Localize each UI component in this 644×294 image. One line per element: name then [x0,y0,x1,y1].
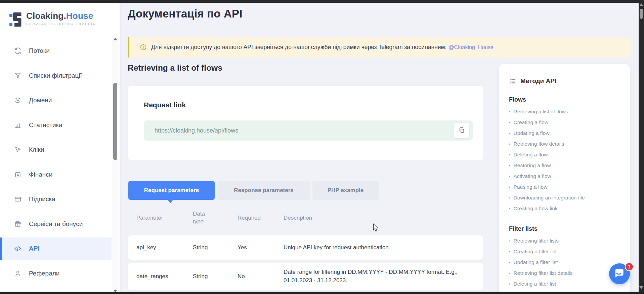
api-methods-panel: Методи API Flows Retrieving a list of fl… [499,64,630,294]
request-link-card: Request link https://cloaking.house/api/… [128,86,483,160]
sync-icon [14,47,22,54]
tab-request-parameters[interactable]: Request parameters [128,181,215,200]
cell-required: Yes [238,244,284,251]
sidebar-item-filter-lists[interactable]: Списки фільтрації [0,65,112,87]
cell-description: Date range for filtering in DD.MM.YYYY -… [284,268,458,285]
table-row: date_ranges String No Date range for fil… [128,263,483,290]
method-link[interactable]: Creating a filter list [509,246,622,257]
telegram-link[interactable]: @Cloaking_House [448,44,493,50]
cell-required: No [238,273,284,280]
brand-name: Cloaking.House [26,11,93,21]
col-header-description: Description [284,215,477,221]
sidebar-item-referrals[interactable]: Реферали [0,262,112,285]
gift-icon [14,220,22,228]
funnel-icon [14,72,22,79]
bar-chart-icon [14,121,22,129]
sidebar-item-label: Фінанси [29,171,52,178]
section-title: Retrieving a list of flows [128,63,222,73]
method-link[interactable]: Retrieving filter list details [509,268,622,279]
sidebar-item-label: Підписка [29,195,55,203]
method-link[interactable]: Updating a filter list [509,257,622,268]
cell-parameter: date_ranges [136,273,193,280]
page-scrollbar-thumb[interactable] [640,9,643,19]
method-link[interactable]: Downloading an integration file [509,192,622,203]
info-icon [140,44,147,51]
credit-card-icon [14,195,22,203]
page-scroll-up-arrow[interactable] [639,3,643,6]
method-link[interactable]: Activating a flow [509,171,622,182]
method-link[interactable]: Creating a flow [509,117,622,128]
sidebar-item-label: Реферали [29,270,59,277]
page-title: Документація по API [128,7,243,20]
methods-panel-title: Методи API [520,77,556,85]
code-icon [14,245,22,252]
col-header-data-type: Data type [193,210,238,226]
globe-icon [14,97,22,104]
method-link[interactable]: Restoring a flow [509,160,622,171]
table-header-row: Parameter Data type Required Description [128,208,483,228]
copy-url-button[interactable] [454,123,469,138]
sidebar-item-label: Кліки [29,146,44,153]
sidebar-scrollbar[interactable] [112,34,118,294]
method-link[interactable]: Pausing a flow [509,182,622,192]
col-header-parameter: Parameter [136,215,193,221]
request-url-value: https://cloaking.house/api/flows [155,127,454,134]
col-header-required: Required [238,215,284,221]
tab-response-parameters[interactable]: Response parameters [218,181,310,200]
cell-description: Unique API key for request authenticatio… [284,244,458,252]
sidebar-item-statistics[interactable]: Статистика [0,114,112,136]
sidebar-item-label: Сервіси та бонуси [29,220,83,228]
cell-data-type: String [193,244,238,251]
banner-text: Для відкриття доступу до нашого API звер… [151,44,446,51]
request-link-title: Request link [144,101,186,109]
window-bottom-edge [0,292,644,294]
method-link[interactable]: Retrieving filter lists [509,235,622,246]
page-scrollbar[interactable] [639,0,644,294]
cursor-icon [14,146,22,153]
brand-tagline: SERVICE FILTERING TRAFFIC [26,22,96,26]
info-banner: Для відкриття доступу до нашого API звер… [128,37,631,58]
page-scroll-down-arrow[interactable] [639,286,643,289]
person-icon [14,270,22,277]
logo[interactable]: Cloaking.House SERVICE FILTERING TRAFFIC [9,11,96,30]
list-icon [509,77,516,85]
sidebar-item-label: Домени [29,97,52,104]
wallet-icon [14,171,22,178]
sidebar: Cloaking.House SERVICE FILTERING TRAFFIC… [0,3,120,294]
sidebar-item-label: API [29,245,40,252]
chat-notification-badge: 1 [625,262,634,271]
methods-section-flows: Flows [509,96,622,103]
sidebar-item-finance[interactable]: Фінанси [0,163,112,186]
methods-section-filter-lists: Filter lists [509,225,622,232]
method-link[interactable]: Retrieving flow details [509,139,622,149]
sidebar-item-flows[interactable]: Потоки [0,40,112,62]
sidebar-item-api[interactable]: API [0,237,112,260]
method-link[interactable]: Updating a flow [509,128,622,139]
cell-data-type: String [193,273,238,280]
sidebar-item-label: Потоки [29,47,50,54]
mouse-cursor [373,223,380,233]
method-link[interactable]: Creating a flow link [509,203,622,214]
sidebar-item-subscription[interactable]: Підписка [0,188,112,210]
sidebar-item-services-bonuses[interactable]: Сервіси та бонуси [0,213,112,235]
sidebar-scrollbar-thumb[interactable] [113,83,117,160]
tab-php-example[interactable]: PHP example [312,181,379,200]
method-link[interactable]: Retrieving a list of flows [509,106,622,117]
table-row: api_key String Yes Unique API key for re… [128,235,483,260]
sidebar-item-clicks[interactable]: Кліки [0,139,112,161]
cell-parameter: api_key [136,244,193,251]
method-link[interactable]: Deleting a flow [509,149,622,160]
copy-icon [459,127,465,134]
request-url-field[interactable]: https://cloaking.house/api/flows [144,120,473,141]
active-tab-pointer [167,199,173,203]
window-top-edge [0,0,644,3]
chat-bubble-icon [613,267,626,281]
logo-mark-icon [9,11,22,30]
method-link[interactable]: Deleting a filter list [509,279,622,289]
sidebar-scroll-up-arrow[interactable] [113,38,117,40]
sidebar-item-label: Списки фільтрації [29,72,82,79]
sidebar-item-label: Статистика [29,121,62,129]
app-window: Cloaking.House SERVICE FILTERING TRAFFIC… [0,0,644,294]
sidebar-item-domains[interactable]: Домени [0,89,112,111]
